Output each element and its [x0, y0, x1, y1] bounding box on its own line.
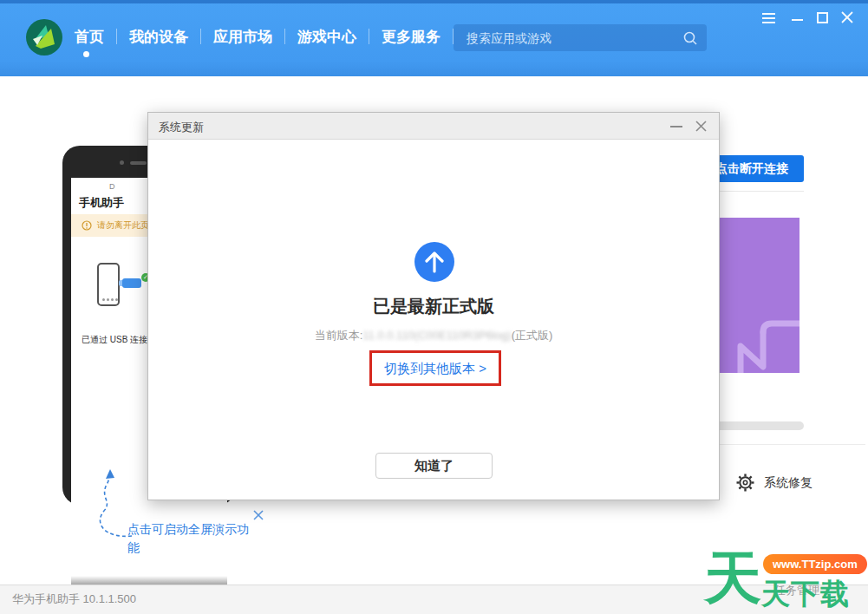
- system-update-dialog: 系统更新 已是最新正式版 当前版本:11.0.0.110(C00E110R3P6…: [147, 112, 720, 500]
- watermark-site-badge: www.TTzip.com: [763, 554, 867, 574]
- phone-status-text: D: [109, 182, 115, 191]
- search-box: [454, 24, 707, 51]
- window-close-icon[interactable]: [840, 10, 854, 24]
- warning-icon: [82, 220, 92, 231]
- system-repair-button[interactable]: 系统修复: [736, 474, 813, 492]
- nav-item-game-center[interactable]: 游戏中心: [285, 27, 369, 47]
- window-minimize-icon[interactable]: [792, 19, 803, 21]
- video-icon: [730, 313, 799, 373]
- nav-item-my-devices[interactable]: 我的设备: [117, 27, 200, 47]
- nav-item-home[interactable]: 首页: [75, 27, 116, 47]
- update-arrow-icon: [414, 242, 454, 282]
- usb-cable-icon: [122, 278, 141, 288]
- dialog-title: 系统更新: [159, 120, 204, 135]
- app-version-text: 华为手机助手 10.1.1.500: [12, 585, 136, 613]
- app-window: 首页 我的设备 应用市场 游戏中心 更多服务: [0, 0, 868, 614]
- active-tab-indicator-dot: [83, 51, 89, 57]
- nav-item-app-market[interactable]: 应用市场: [201, 27, 284, 47]
- ok-button[interactable]: 知道了: [375, 453, 493, 479]
- watermark-rest-chars: 天下载: [761, 575, 850, 614]
- annotation-highlight-box: 切换到其他版本 >: [369, 350, 501, 386]
- dialog-close-icon[interactable]: [695, 120, 708, 133]
- top-navigation-bar: 首页 我的设备 应用市场 游戏中心 更多服务: [0, 0, 868, 76]
- search-icon[interactable]: [682, 30, 698, 46]
- version-label: 当前版本:: [315, 329, 363, 342]
- hisuite-logo-icon[interactable]: [25, 18, 63, 56]
- switch-version-link[interactable]: 切换到其他版本 >: [372, 353, 499, 383]
- dialog-titlebar: 系统更新: [148, 113, 719, 140]
- watermark-big-char: 天: [704, 545, 761, 611]
- current-version-line: 当前版本:11.0.0.110(C00E110R3P6log)(正式版): [148, 328, 719, 343]
- system-repair-label: 系统修复: [764, 475, 813, 491]
- window-maximize-icon[interactable]: [817, 12, 828, 23]
- update-status-heading: 已是最新正式版: [148, 295, 719, 318]
- phone-speaker-bar: [130, 161, 147, 165]
- version-suffix: (正式版): [512, 329, 553, 342]
- phone-app-title: 手机助手: [79, 195, 124, 211]
- version-value: 11.0.0.110(C00E110R3P6log): [362, 329, 511, 342]
- tip-arrow-annotation: [87, 462, 147, 542]
- main-nav: 首页 我的设备 应用市场 游戏中心 更多服务: [75, 0, 454, 73]
- phone-outline-icon: [97, 263, 120, 306]
- menu-icon[interactable]: [762, 13, 775, 26]
- nav-item-more-services[interactable]: 更多服务: [369, 27, 453, 47]
- search-input[interactable]: [454, 31, 682, 45]
- gear-icon: [736, 474, 754, 492]
- phone-camera-dot: [120, 160, 124, 165]
- ttzip-watermark: 天 www.TTzip.com 天下载: [704, 546, 868, 614]
- dialog-minimize-icon[interactable]: [670, 126, 682, 127]
